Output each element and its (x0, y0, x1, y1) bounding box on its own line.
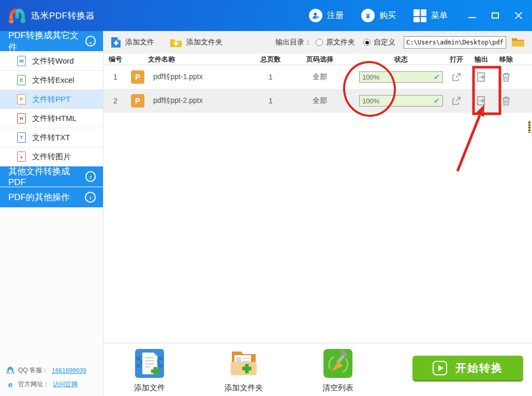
row-index: 2 (104, 97, 127, 105)
add-folder-label: 添加文件夹 (186, 38, 223, 47)
open-external-icon (451, 95, 462, 106)
col-header-output: 输出 (469, 55, 494, 64)
clear-list-broom-icon (323, 348, 353, 378)
start-convert-button[interactable]: 开始转换 (412, 356, 523, 382)
open-output-button[interactable] (469, 71, 494, 83)
col-header-open: 打开 (444, 55, 469, 64)
table-row[interactable]: 1 P pdf转ppt-1.pptx 1 全部 100% ✔ (104, 65, 532, 89)
menu-grid-icon (413, 9, 426, 22)
col-header-status: 状态 (346, 55, 444, 64)
close-button[interactable] (514, 11, 523, 20)
sidebar-item-word[interactable]: W 文件转Word (0, 52, 103, 71)
browser-icon: e (6, 380, 14, 389)
sidebar-item-label: 文件转PPT (32, 95, 70, 104)
maximize-button[interactable] (492, 12, 499, 19)
sidebar: PDF转换成其它文件 ⌄ W 文件转Word E 文件转Excel P 文件转P… (0, 31, 104, 396)
section-label: PDF的其他操作 (8, 191, 70, 203)
add-file-big-button[interactable]: 添加文件 (126, 348, 173, 393)
clear-list-button[interactable]: 清空列表 (315, 348, 361, 393)
add-folder-icon (170, 38, 182, 48)
table-row[interactable]: 2 P pdf转ppt-2.pptx 1 全部 100% ✔ (104, 89, 532, 113)
file-name: pdf转ppt-2.pptx (148, 96, 247, 105)
app-logo-icon (7, 6, 27, 25)
check-icon: ✔ (433, 72, 440, 82)
col-header-filename: 文件名称 (127, 55, 247, 64)
radio-original-folder[interactable]: 原文件夹 (316, 38, 355, 47)
open-external-icon (451, 71, 462, 83)
open-output-button[interactable] (469, 95, 494, 106)
add-folder-big-icon (229, 348, 259, 378)
progress-bar: 100% ✔ (359, 71, 443, 83)
check-icon: ✔ (433, 96, 440, 105)
register-label: 注册 (327, 10, 344, 21)
buy-button[interactable]: ¥ 购买 (361, 9, 396, 22)
section-label: PDF转换成其它文件 (8, 29, 85, 53)
radio-custom-label: 自定义 (374, 38, 395, 47)
support-info: QQ 客服：1661699939 e 官方网址：访问官网 (6, 361, 86, 389)
start-convert-label: 开始转换 (455, 361, 503, 375)
sidebar-item-image[interactable]: ▲ 文件转图片 (0, 147, 103, 166)
titlebar: 迅米PDF转换器 注册 ¥ 购买 菜单 (0, 0, 532, 31)
folder-icon (511, 37, 525, 48)
add-file-button[interactable]: 添加文件 (111, 36, 154, 49)
sidebar-section-other-to-pdf[interactable]: 其他文件转换成PDF › (0, 166, 103, 187)
col-header-range: 页码选择 (294, 55, 346, 64)
minimize-button[interactable] (468, 17, 476, 18)
radio-original-label: 原文件夹 (326, 38, 355, 47)
qq-number-link[interactable]: 1661699939 (52, 367, 86, 374)
add-file-label: 添加文件 (125, 38, 154, 47)
chevron-right-icon: › (85, 171, 96, 182)
register-button[interactable]: 注册 (309, 9, 344, 22)
pptx-file-icon: P (131, 94, 144, 108)
remove-file-button[interactable] (494, 95, 519, 106)
website-label: 官方网址： (18, 380, 49, 389)
browse-folder-button[interactable] (511, 37, 525, 48)
col-header-pages: 总页数 (247, 55, 294, 64)
trash-icon (500, 95, 512, 106)
output-path-input[interactable] (404, 36, 506, 49)
bottom-action-bar: 添加文件 添加文件夹 (104, 343, 532, 396)
col-header-index: 编号 (104, 55, 127, 64)
pptx-file-icon: P (131, 70, 144, 84)
radio-unselected-icon (316, 39, 323, 46)
output-arrow-icon (476, 95, 487, 106)
sidebar-item-ppt[interactable]: P 文件转PPT (0, 90, 103, 109)
main-panel: 添加文件 添加文件夹 输出目录： 原文件夹 自定义 (104, 31, 532, 396)
col-header-remove: 移除 (494, 55, 519, 64)
action-label: 添加文件 (134, 383, 165, 393)
output-arrow-icon (476, 71, 487, 83)
play-icon (433, 361, 447, 375)
file-name: pdf转ppt-1.pptx (148, 72, 247, 82)
radio-custom-folder[interactable]: 自定义 (363, 38, 395, 47)
qq-support-label: QQ 客服： (18, 366, 48, 375)
action-label: 清空列表 (322, 383, 353, 393)
page-range: 全部 (294, 96, 346, 105)
excel-doc-icon: E (17, 75, 26, 85)
progress-bar: 100% ✔ (359, 95, 443, 106)
remove-file-button[interactable] (494, 71, 519, 83)
progress-value: 100% (362, 97, 379, 105)
sidebar-item-label: 文件转图片 (32, 152, 71, 162)
sidebar-item-label: 文件转HTML (32, 114, 77, 124)
add-folder-button[interactable]: 添加文件夹 (170, 38, 223, 48)
radio-selected-icon (363, 39, 371, 46)
sidebar-section-pdf-other-ops[interactable]: PDF的其他操作 › (0, 187, 103, 208)
sidebar-item-txt[interactable]: T 文件转TXT (0, 128, 103, 147)
action-label: 添加文件夹 (225, 383, 263, 393)
menu-button[interactable]: 菜单 (413, 9, 448, 22)
sidebar-item-excel[interactable]: E 文件转Excel (0, 71, 103, 90)
word-doc-icon: W (17, 56, 26, 66)
page-range: 全部 (294, 72, 346, 82)
chevron-right-icon: › (85, 192, 96, 203)
sidebar-item-html[interactable]: H 文件转HTML (0, 109, 103, 128)
sidebar-section-pdf-to-other[interactable]: PDF转换成其它文件 ⌄ (0, 31, 103, 52)
ppt-doc-icon: P (17, 94, 26, 104)
html-doc-icon: H (17, 113, 26, 124)
official-site-link[interactable]: 访问官网 (53, 380, 78, 389)
app-window: 迅米PDF转换器 注册 ¥ 购买 菜单 (0, 0, 532, 396)
open-file-button[interactable] (444, 95, 469, 106)
page-count: 1 (247, 97, 294, 105)
open-file-button[interactable] (444, 71, 469, 83)
add-folder-big-button[interactable]: 添加文件夹 (220, 348, 267, 393)
table-header: 编号 文件名称 总页数 页码选择 状态 打开 输出 移除 (104, 54, 532, 65)
